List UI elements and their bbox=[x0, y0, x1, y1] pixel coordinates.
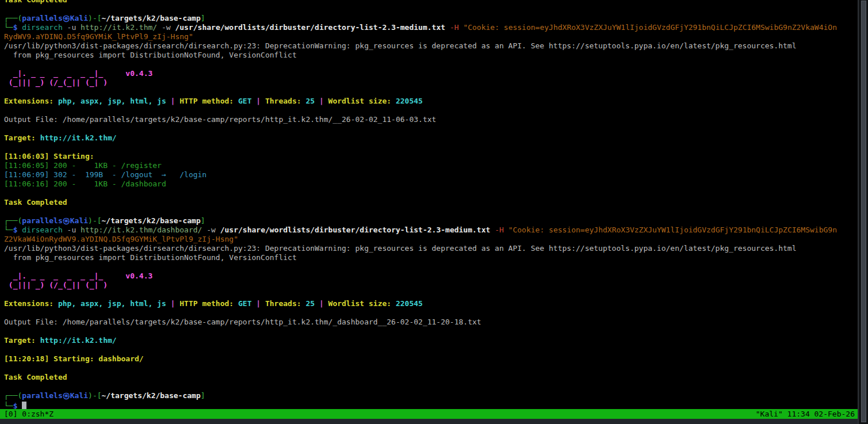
prompt-user-host: parallels㉿Kali bbox=[22, 216, 88, 225]
cookie-wrap-line: Z2VkaW4iOnRydWV9.aYDINQ.D5fq9GYMiK_lPtvP… bbox=[4, 235, 858, 244]
scan-config-line: Extensions: php, aspx, jsp, html, js | H… bbox=[4, 299, 858, 308]
prompt-frame: └─ bbox=[4, 402, 13, 409]
logo-art: _|. _ _ _ _ _ _|_ bbox=[4, 69, 103, 78]
prompt-frame: ] bbox=[201, 14, 205, 22]
blank-line bbox=[4, 60, 858, 69]
command-line: └─$ dirsearch -u http://it.k2.thm/dashbo… bbox=[4, 226, 858, 235]
blank-line bbox=[4, 262, 858, 272]
task-completed-label: Task Completed bbox=[4, 0, 858, 5]
scrollbar-thumb[interactable] bbox=[861, 1, 866, 422]
cookie-wrap-line: RydWV9.aYDINQ.D5fq9GYMiK_lPtvPl9_zIj-Hsn… bbox=[4, 32, 858, 41]
result-line: [11:06:16] 200 - 1KB - /dashboard bbox=[4, 179, 858, 189]
logo-art: _|. _ _ _ _ _ _|_ bbox=[4, 272, 103, 280]
dirsearch-logo: (_||| _) (/_(_|| (_| ) bbox=[4, 281, 858, 290]
dirsearch-logo: (_||| _) (/_(_|| (_| ) bbox=[4, 78, 858, 87]
shell-prompt: ┌──(parallels㉿Kali)-[~/targets/k2/base-c… bbox=[4, 216, 858, 226]
starting-line: [11:20:18] Starting: dashboard/ bbox=[4, 354, 858, 364]
prompt-dollar: $ bbox=[13, 402, 18, 409]
flag-h: -H bbox=[495, 226, 504, 234]
window-bottom-edge bbox=[0, 419, 858, 424]
prompt-dollar: $ bbox=[13, 23, 18, 32]
blank-line bbox=[4, 382, 858, 391]
scan-config-line: Extensions: php, aspx, jsp, html, js | H… bbox=[4, 97, 858, 106]
prompt-frame: └─ bbox=[4, 226, 13, 234]
starting-line: [11:06:03] Starting: bbox=[4, 152, 858, 161]
import-warning: from pkg_resources import DistributionNo… bbox=[4, 253, 858, 262]
prompt-user-host: parallels㉿Kali bbox=[22, 14, 88, 22]
wordlist-path: /usr/share/wordlists/dirbuster/directory… bbox=[175, 23, 445, 32]
cookie-header-string: "Cookie: session=eyJhdXRoX3VzZXJuYW1lIjo… bbox=[463, 23, 837, 32]
version-label: v0.4.3 bbox=[125, 272, 152, 280]
blank-line bbox=[4, 364, 858, 373]
cookie-header-string: "Cookie: session=eyJhdXRoX3VzZXJuYW1lIjo… bbox=[508, 226, 837, 234]
prompt-frame: ] bbox=[201, 216, 205, 225]
terminal-output: Task Completed ┌──(parallels㉿Kali)-[~/ta… bbox=[4, 0, 858, 409]
blank-line bbox=[4, 290, 858, 299]
prompt-frame: └─ bbox=[4, 23, 13, 32]
result-line: [11:06:05] 200 - 1KB - /register bbox=[4, 161, 858, 170]
terminal-cursor bbox=[22, 402, 26, 409]
prompt-cwd: ~/targets/k2/base-camp bbox=[102, 391, 201, 400]
output-file-line: Output File: /home/parallels/targets/k2/… bbox=[4, 115, 858, 124]
task-completed-label: Task Completed bbox=[4, 198, 858, 207]
date: 02-Feb-26 bbox=[815, 410, 855, 418]
import-warning: from pkg_resources import DistributionNo… bbox=[4, 51, 858, 60]
blank-line bbox=[4, 106, 858, 115]
target-line: Target: http://it.k2.thm/ bbox=[4, 133, 858, 143]
prompt-frame: ┌──( bbox=[4, 216, 22, 225]
prompt-frame: ┌──( bbox=[4, 14, 22, 22]
flag-w: -w bbox=[207, 226, 216, 234]
prompt-frame: )-[ bbox=[88, 391, 101, 400]
blank-line bbox=[4, 143, 858, 152]
wordlist-path: /usr/share/wordlists/dirbuster/directory… bbox=[220, 226, 491, 234]
prompt-user-host: parallels㉿Kali bbox=[22, 391, 88, 400]
flag-h: -H bbox=[450, 23, 459, 32]
dirsearch-logo: _|. _ _ _ _ _ _|_ v0.4.3 bbox=[4, 272, 858, 281]
target-url-arg: http://it.k2.thm/ bbox=[81, 23, 157, 32]
target-line: Target: http://it.k2.thm/ bbox=[4, 336, 858, 345]
blank-line bbox=[4, 327, 858, 336]
blank-line bbox=[4, 87, 858, 97]
blank-line bbox=[4, 5, 858, 14]
prompt-frame: ┌──( bbox=[4, 391, 22, 400]
flag-u: -u bbox=[67, 23, 77, 32]
flag-w: -w bbox=[162, 23, 171, 32]
command-program: dirsearch bbox=[22, 226, 62, 234]
deprecation-warning: /usr/lib/python3/dist-packages/dirsearch… bbox=[4, 41, 858, 51]
prompt-dollar: $ bbox=[13, 226, 18, 234]
blank-line bbox=[4, 207, 858, 216]
version-label: v0.4.3 bbox=[125, 69, 152, 78]
dirsearch-logo: _|. _ _ _ _ _ _|_ v0.4.3 bbox=[4, 69, 858, 78]
blank-line bbox=[4, 124, 858, 133]
shell-prompt: ┌──(parallels㉿Kali)-[~/targets/k2/base-c… bbox=[4, 14, 858, 23]
prompt-frame: ] bbox=[201, 391, 205, 400]
tmux-window-item[interactable]: [0] 0:zsh*Z bbox=[4, 409, 53, 419]
shell-prompt: ┌──(parallels㉿Kali)-[~/targets/k2/base-c… bbox=[4, 391, 858, 400]
prompt-cwd: ~/targets/k2/base-camp bbox=[102, 14, 201, 22]
logo-art: (_||| _) (/_(_|| (_| ) bbox=[4, 281, 108, 289]
blank-line bbox=[4, 345, 858, 354]
flag-u: -u bbox=[67, 226, 77, 234]
target-url-arg: http://it.k2.thm/dashboard/ bbox=[81, 226, 202, 234]
prompt-cwd: ~/targets/k2/base-camp bbox=[102, 216, 201, 225]
tmux-status-bar: [0] 0:zsh*Z"Kali" 11:34 02-Feb-26 bbox=[0, 409, 858, 419]
command-program: dirsearch bbox=[22, 23, 62, 32]
command-line: └─$ dirsearch -u http://it.k2.thm/ -w /u… bbox=[4, 23, 858, 32]
prompt-frame: )-[ bbox=[88, 216, 101, 225]
result-line: [11:06:09] 302 - 199B - /logout → /login bbox=[4, 170, 858, 179]
task-completed-label: Task Completed bbox=[4, 373, 858, 382]
scrollbar[interactable] bbox=[858, 0, 868, 424]
status-right: "Kali" 11:34 02-Feb-26 bbox=[756, 409, 855, 419]
active-prompt-line: └─$ bbox=[4, 400, 858, 409]
output-file-line: Output File: /home/parallels/targets/k2/… bbox=[4, 318, 858, 327]
terminal-screen[interactable]: Task Completed ┌──(parallels㉿Kali)-[~/ta… bbox=[0, 0, 858, 409]
blank-line bbox=[4, 308, 858, 318]
blank-line bbox=[4, 189, 858, 198]
logo-art: (_||| _) (/_(_|| (_| ) bbox=[4, 78, 108, 87]
prompt-frame: )-[ bbox=[88, 14, 101, 22]
clock: 11:34 bbox=[787, 410, 810, 418]
deprecation-warning: /usr/lib/python3/dist-packages/dirsearch… bbox=[4, 244, 858, 253]
session-name: "Kali" bbox=[756, 410, 783, 418]
